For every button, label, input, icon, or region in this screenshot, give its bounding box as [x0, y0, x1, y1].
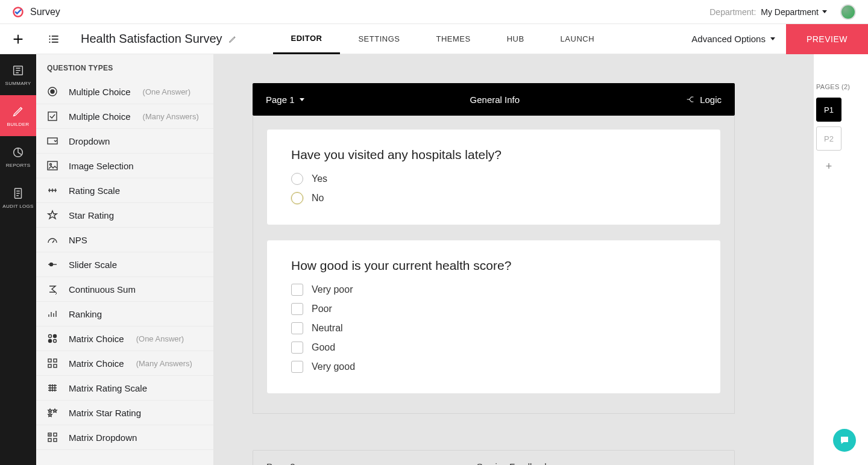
app-name: Survey: [30, 7, 60, 17]
survey-title[interactable]: Health Satisfaction Survey: [72, 32, 245, 46]
svg-point-8: [51, 90, 54, 93]
qtype-rating-scale[interactable]: Rating Scale: [36, 178, 213, 203]
page-thumb-p2[interactable]: P2: [816, 126, 841, 151]
page-block-2: Page 2Service Feedback: [253, 450, 735, 465]
qtype-multiple-choice-many-answers[interactable]: Multiple Choice(Many Answers): [36, 104, 213, 129]
page-title[interactable]: General Info: [304, 95, 686, 105]
page-title[interactable]: Service Feedback: [305, 461, 721, 466]
add-page-button[interactable]: +: [816, 155, 841, 177]
tab-themes[interactable]: THEMES: [418, 24, 488, 54]
left-sidebar: SUMMARYBUILDERREPORTSAUDIT LOGS: [0, 54, 36, 465]
svg-rect-9: [48, 112, 57, 120]
radio-icon: [291, 173, 303, 185]
answer-option[interactable]: Very good: [291, 361, 696, 373]
page-body: Have you visited any hospitals lately?Ye…: [253, 116, 735, 414]
qtype-slider-scale[interactable]: Slider Scale: [36, 252, 213, 277]
svg-point-15: [54, 335, 57, 338]
page-thumb-p1[interactable]: P1: [816, 98, 841, 122]
pencil-icon: [228, 35, 237, 43]
page-logic-button[interactable]: Logic: [685, 95, 722, 105]
plus-icon: [12, 33, 24, 45]
page-block-1: Page 1General InfoLogicHave you visited …: [253, 83, 735, 414]
dropdown-icon: [47, 136, 58, 146]
summary-icon: [11, 64, 25, 77]
list-toggle-button[interactable]: [36, 24, 72, 54]
matrix-star-icon: [47, 407, 58, 418]
tab-hub[interactable]: HUB: [489, 24, 542, 54]
chevron-down-icon: [300, 98, 304, 101]
answer-option[interactable]: Neutral: [291, 322, 696, 334]
reports-icon: [11, 146, 25, 159]
preview-button[interactable]: PREVIEW: [786, 24, 868, 54]
qtype-matrix-dropdown[interactable]: Matrix Dropdown: [36, 425, 213, 450]
pages-panel: PAGES (2) P1P2 +: [814, 54, 868, 465]
qtype-image-selection[interactable]: Image Selection: [36, 154, 213, 178]
subheader: Health Satisfaction Survey EDITORSETTING…: [0, 24, 868, 54]
answer-option[interactable]: Very poor: [291, 284, 696, 296]
qtype-matrix-choice-one-answer[interactable]: Matrix Choice(One Answer): [36, 326, 213, 351]
svg-point-17: [54, 340, 57, 343]
answer-option[interactable]: No: [291, 192, 696, 204]
matrix-dropdown-icon: [47, 432, 58, 443]
qtype-ranking[interactable]: Ranking: [36, 302, 213, 326]
matrix-radio-icon: [47, 333, 58, 344]
answer-option[interactable]: Yes: [291, 173, 696, 185]
pages-count-label: PAGES (2): [816, 83, 868, 90]
department-select[interactable]: My Department: [761, 7, 827, 17]
chevron-down-icon: [770, 37, 775, 40]
page-number-dropdown[interactable]: Page 2: [266, 461, 305, 466]
checkbox-icon: [291, 284, 303, 296]
tab-settings[interactable]: SETTINGS: [340, 24, 418, 54]
qtype-multiple-choice-one-answer[interactable]: Multiple Choice(One Answer): [36, 80, 213, 104]
qtype-dropdown[interactable]: Dropdown: [36, 129, 213, 154]
svg-rect-18: [48, 359, 51, 362]
star-icon: [47, 210, 58, 220]
add-button[interactable]: [0, 24, 36, 54]
svg-rect-20: [48, 364, 51, 367]
advanced-options[interactable]: Advanced Options: [681, 34, 786, 44]
page-header[interactable]: Page 2Service Feedback: [253, 450, 735, 465]
top-header: Survey Department: My Department: [0, 0, 868, 24]
svg-point-16: [49, 340, 52, 343]
sidebar-item-audit-logs[interactable]: AUDIT LOGS: [0, 177, 36, 218]
user-avatar[interactable]: [840, 4, 856, 20]
matrix-check-icon: [47, 358, 58, 369]
question-title: How good is your current health score?: [291, 258, 696, 273]
sidebar-item-summary[interactable]: SUMMARY: [0, 54, 36, 95]
answer-option[interactable]: Good: [291, 342, 696, 354]
svg-point-12: [50, 164, 52, 166]
question-card[interactable]: How good is your current health score?Ve…: [266, 240, 721, 394]
app-logo-icon: [12, 6, 24, 18]
sidebar-item-reports[interactable]: REPORTS: [0, 136, 36, 177]
tab-editor[interactable]: EDITOR: [273, 24, 341, 54]
page-header[interactable]: Page 1General InfoLogic: [253, 83, 735, 116]
qtype-continuous-sum[interactable]: Continuous Sum: [36, 277, 213, 302]
qtype-nps[interactable]: NPS: [36, 228, 213, 252]
tab-launch[interactable]: LAUNCH: [542, 24, 612, 54]
radio-icon: [291, 192, 303, 204]
qtype-matrix-choice-many-answers[interactable]: Matrix Choice(Many Answers): [36, 351, 213, 376]
help-fab[interactable]: [833, 429, 856, 452]
list-icon: [48, 33, 60, 45]
ranking-icon: [47, 308, 58, 319]
question-card[interactable]: Have you visited any hospitals lately?Ye…: [266, 129, 721, 225]
qtype-star-rating[interactable]: Star Rating: [36, 203, 213, 228]
svg-point-3: [49, 42, 51, 43]
question-types-panel: QUESTION TYPES Multiple Choice(One Answe…: [36, 54, 214, 465]
editor-canvas[interactable]: Page 1General InfoLogicHave you visited …: [214, 54, 814, 465]
rating-icon: [47, 185, 58, 196]
qtype-matrix-star-rating[interactable]: Matrix Star Rating: [36, 401, 213, 425]
checkbox-icon: [291, 322, 303, 334]
svg-rect-23: [54, 433, 57, 436]
answer-option[interactable]: Poor: [291, 303, 696, 315]
sidebar-item-builder[interactable]: BUILDER: [0, 95, 36, 136]
qtype-matrix-rating-scale[interactable]: Matrix Rating Scale: [36, 376, 213, 401]
page-number-dropdown[interactable]: Page 1: [266, 95, 304, 105]
checkbox-icon: [291, 342, 303, 354]
svg-rect-21: [54, 364, 57, 367]
svg-point-1: [49, 36, 51, 37]
question-title: Have you visited any hospitals lately?: [291, 148, 696, 162]
main-tabs: EDITORSETTINGSTHEMESHUBLAUNCH: [273, 24, 613, 54]
audit-icon: [11, 187, 25, 200]
checkbox-icon: [47, 111, 58, 122]
